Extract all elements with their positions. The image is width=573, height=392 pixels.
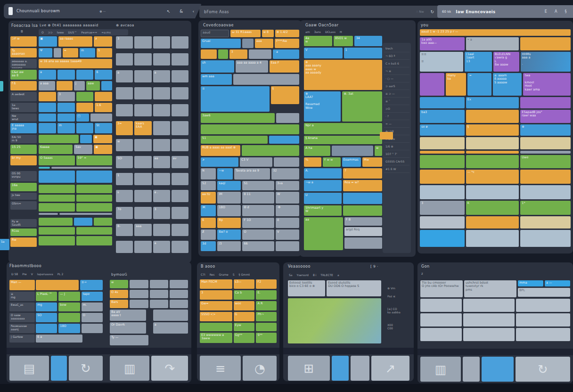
- grid-cell[interactable]: [463, 328, 515, 341]
- grid-cell[interactable]: w 16 ana aa aaaaa 1aaa49: [39, 59, 112, 68]
- grid-cell[interactable]: | Gartow: [9, 335, 35, 343]
- grid-cell[interactable]: kaql: [217, 181, 241, 190]
- grid-cell[interactable]: [134, 53, 151, 65]
- toolbar-item[interactable]: ≈a:ms: [101, 31, 111, 34]
- grid-cell[interactable]: [76, 203, 113, 212]
- arrow-curve-tile[interactable]: ↷: [151, 356, 188, 381]
- grid-cell[interactable]: ¾: [304, 157, 321, 167]
- grid-cell[interactable]: av: [172, 156, 188, 168]
- toolbar-item[interactable]: tewe: [57, 31, 64, 34]
- grid-cell[interactable]: [466, 230, 519, 247]
- grid-cell[interactable]: [39, 203, 75, 212]
- grid-cell[interactable]: [80, 135, 91, 143]
- grid-cell[interactable]: Θ d: [242, 205, 274, 216]
- grid-cell[interactable]: F 1O: [242, 218, 274, 228]
- grid-cell[interactable]: mg: [36, 302, 57, 311]
- grid-cell[interactable]: 1*: [520, 201, 571, 215]
- grid-cell[interactable]: (1aal 1aart 13: [465, 52, 492, 72]
- grid-cell[interactable]: [36, 280, 79, 290]
- grid-cell[interactable]: RUB a aaas aa aaat ⊕: [201, 145, 240, 156]
- grid-cell[interactable]: [76, 236, 113, 245]
- grid-cell[interactable]: 18O: [58, 324, 80, 333]
- grid-cell[interactable]: Eeteest tootllls bico o C3 6E o ⊕: [288, 280, 325, 296]
- grid-cell[interactable]: ⊕ LAA? Rasamad Wew: [304, 91, 341, 122]
- grid-cell[interactable]: ·: [344, 237, 382, 249]
- grid-cell[interactable]: · a: [273, 49, 299, 59]
- grid-cell[interactable]: [170, 280, 188, 288]
- doc-lines-tile[interactable]: ≡: [200, 356, 241, 381]
- grid-cell[interactable]: [332, 146, 373, 156]
- grid-cell[interactable]: — J: [58, 292, 80, 301]
- tile-segment[interactable]: [351, 356, 369, 381]
- grid-cell[interactable]: s: [116, 190, 133, 202]
- grid-cell[interactable]: Tte bu cmoooer O jrto cAb tOr Poewwhw: [420, 280, 463, 297]
- grid-cell[interactable]: §: [466, 124, 519, 136]
- grid-cell[interactable]: [39, 195, 75, 202]
- toolbar-item[interactable]: 8 i: [313, 273, 316, 277]
- grid-cell[interactable]: A aedeot: [10, 92, 37, 101]
- refresh-tile[interactable]: ↻: [516, 357, 570, 382]
- toolbar-item[interactable]: H: [340, 30, 342, 33]
- grid-cell[interactable]: [39, 185, 75, 193]
- grid-cell[interactable]: aaud: [201, 30, 229, 37]
- grid-cell[interactable]: Py w Saud5: [10, 219, 37, 227]
- rail-item[interactable]: · ○ —: [384, 75, 409, 82]
- grid-cell[interactable]: [39, 123, 56, 133]
- grid-cell[interactable]: Or Davrk: [110, 322, 146, 334]
- file-tile[interactable]: ▥: [110, 356, 149, 381]
- grid-cell[interactable]: aa tU: [201, 192, 216, 204]
- grid-cell[interactable]: 59° ≈: [76, 155, 113, 165]
- grid-cell[interactable]: EwaC_as: [9, 302, 35, 311]
- toolbar-item[interactable]: C7i: [201, 273, 205, 276]
- toolbar-item[interactable]: DCLass: [325, 30, 336, 33]
- grid-cell[interactable]: ß a: [36, 335, 82, 343]
- grid-cell[interactable]: [170, 300, 188, 308]
- a-icon[interactable]: A: [553, 9, 558, 14]
- grid-cell[interactable]: [153, 53, 170, 65]
- grid-cell[interactable]: [172, 139, 188, 151]
- grid-cell[interactable]: Js twe: [10, 193, 37, 200]
- grid-cell[interactable]: [218, 49, 228, 59]
- grid-cell[interactable]: Eoammas: [342, 157, 361, 167]
- grid-cell[interactable]: [153, 224, 170, 236]
- toolbar-item[interactable]: DU5™: [68, 31, 77, 34]
- grid-cell[interactable]: [57, 103, 75, 112]
- grid-cell[interactable]: ⊕ 1.4/2: [275, 30, 299, 37]
- grid-cell[interactable]: [153, 139, 170, 151]
- toolbar-item[interactable]: 3ans: [314, 30, 321, 33]
- grid-cell[interactable]: K: [466, 201, 519, 215]
- grid-cell[interactable]: [134, 104, 151, 116]
- grid-cell[interactable]: ≡≡ ≡: [420, 52, 463, 72]
- grid-cell[interactable]: a .: [153, 190, 170, 202]
- grid-cell[interactable]: [76, 185, 113, 193]
- address-bar[interactable]: bFome Aoas ∴ Nw ↻: [199, 6, 442, 18]
- grid-cell[interactable]: [170, 290, 188, 298]
- grid-cell[interactable]: ßw? o: [217, 229, 241, 240]
- grid-cell[interactable]: Ty —: [110, 335, 148, 345]
- toolbar-item[interactable]: D 58: [11, 272, 18, 276]
- secondary-titlebar[interactable]: 60 kk Iaw Enuncovaeis E A § F: [437, 5, 573, 18]
- grid-cell[interactable]: 8-: [116, 224, 133, 236]
- grid-cell[interactable]: [39, 114, 56, 122]
- grid-cell[interactable]: [420, 73, 444, 96]
- grid-cell[interactable]: a: [153, 322, 188, 334]
- grid-cell[interactable]: [39, 218, 73, 226]
- grid-cell[interactable]: EAI 50 m 9: [10, 135, 37, 143]
- grid-cell[interactable]: [256, 323, 277, 331]
- grid-cell[interactable]: 3aw6: [201, 113, 275, 123]
- grid-cell[interactable]: [200, 323, 232, 331]
- grid-cell[interactable]: [201, 124, 299, 134]
- grid-cell[interactable]: many ba: [446, 73, 467, 96]
- grid-cell[interactable]: 5O·: [116, 156, 133, 168]
- grid-cell[interactable]: argd Req: [344, 227, 382, 236]
- grid-cell[interactable]: Ƶ: [201, 229, 216, 240]
- grid-cell[interactable]: [420, 155, 465, 168]
- grid-cell[interactable]: [343, 193, 382, 204]
- grid-cell[interactable]: [201, 49, 217, 59]
- tile-segment[interactable]: [51, 356, 67, 381]
- file-tile[interactable]: ▥: [420, 357, 461, 382]
- grid-cell[interactable]: O: [242, 229, 274, 240]
- grid-cell[interactable]: se ø: [420, 124, 465, 136]
- grid-cell[interactable]: Gg**: [234, 333, 255, 343]
- grid-cell[interactable]: O 5aaas: [39, 155, 75, 165]
